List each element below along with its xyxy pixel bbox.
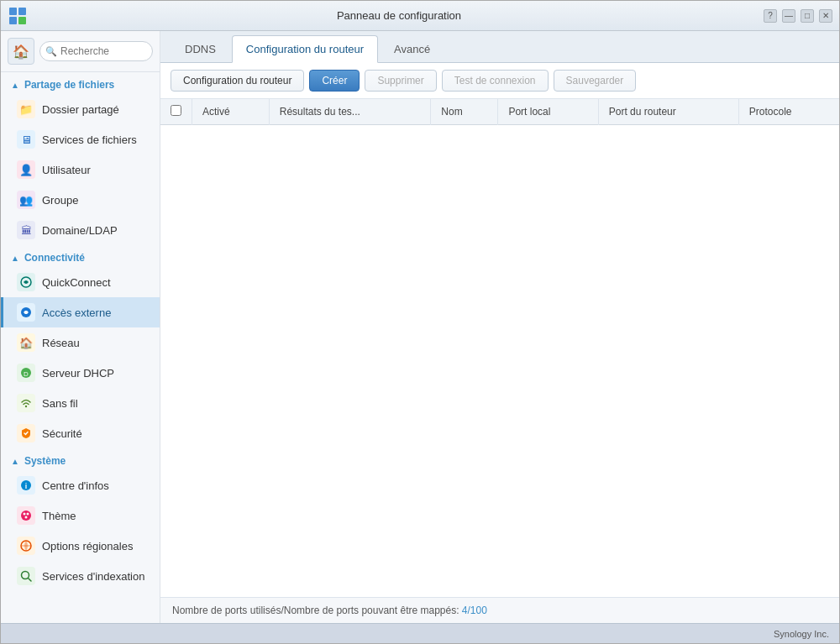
sidebar-item-security[interactable]: Sécurité	[1, 418, 160, 448]
sidebar-item-wifi[interactable]: Sans fil	[1, 388, 160, 418]
table-container: Activé Résultats du tes... Nom Port loca…	[160, 99, 839, 597]
svg-text:D: D	[24, 370, 29, 378]
svg-rect-0	[9, 8, 17, 15]
sidebar-item-external-label: Accès externe	[42, 306, 111, 319]
search-icon: 🔍	[45, 46, 57, 57]
chevron-down-icon-2: ▲	[11, 254, 19, 263]
port-usage-value: 4/100	[462, 605, 487, 616]
dhcp-icon: D	[17, 364, 35, 382]
router-config-table: Activé Résultats du tes... Nom Port loca…	[160, 99, 839, 125]
theme-icon	[17, 506, 35, 525]
svg-point-6	[24, 311, 28, 314]
section-connectivity-items: QuickConnect Accès externe 🏠 Réseau D	[1, 267, 160, 448]
titlebar: Panneau de configuration ? — □ ✕	[1, 1, 839, 31]
security-icon	[17, 424, 35, 442]
svg-point-13	[24, 513, 26, 516]
col-enabled: Activé	[192, 99, 270, 125]
svg-rect-1	[18, 8, 26, 15]
sidebar-item-security-label: Sécurité	[42, 427, 82, 440]
col-local-port: Port local	[498, 99, 598, 125]
sidebar-item-indexing[interactable]: Services d'indexation	[1, 561, 160, 591]
chevron-down-icon: ▲	[11, 81, 19, 90]
sidebar-item-theme[interactable]: Thème	[1, 500, 160, 531]
svg-line-18	[29, 579, 32, 582]
tab-advanced[interactable]: Avancé	[380, 35, 444, 62]
app-logo	[8, 6, 28, 26]
info-icon: i	[17, 476, 35, 495]
section-connectivity-label: Connectivité	[24, 252, 85, 264]
svg-point-14	[27, 513, 29, 516]
config-router-button[interactable]: Configuration du routeur	[171, 70, 304, 92]
test-connection-button[interactable]: Test de connexion	[442, 70, 549, 92]
sidebar-item-domain[interactable]: 🏛 Domaine/LDAP	[1, 215, 160, 245]
sidebar-item-quickconnect[interactable]: QuickConnect	[1, 267, 160, 297]
tab-router[interactable]: Configuration du routeur	[232, 35, 378, 63]
home-button[interactable]: 🏠	[8, 38, 34, 65]
tab-ddns[interactable]: DDNS	[171, 35, 230, 62]
section-system-label: Système	[24, 455, 66, 467]
section-partage-label: Partage de fichiers	[24, 79, 114, 91]
sidebar-item-group[interactable]: 👥 Groupe	[1, 185, 160, 215]
sidebar: 🏠 🔍 ▲ Partage de fichiers 📁 Dossier part…	[1, 31, 160, 623]
quickconnect-icon	[17, 273, 35, 291]
create-button[interactable]: Créer	[309, 70, 360, 92]
svg-rect-3	[18, 17, 26, 24]
sidebar-item-dossier[interactable]: 📁 Dossier partagé	[1, 94, 160, 124]
copyright-text: Synology Inc.	[774, 629, 829, 639]
svg-point-9	[25, 406, 27, 407]
sidebar-item-regional-label: Options régionales	[42, 540, 133, 552]
indexing-icon	[17, 567, 35, 585]
svg-point-12	[21, 510, 31, 521]
sidebar-item-user[interactable]: 👤 Utilisateur	[1, 154, 160, 185]
sidebar-item-info-label: Centre d'infos	[42, 479, 109, 492]
svg-point-15	[25, 516, 28, 519]
sidebar-item-user-label: Utilisateur	[42, 164, 91, 176]
col-name: Nom	[431, 99, 498, 125]
window-controls: ? — □ ✕	[764, 9, 832, 23]
sidebar-item-domain-label: Domaine/LDAP	[42, 224, 118, 237]
sidebar-item-indexing-label: Services d'indexation	[42, 570, 144, 583]
sidebar-item-fileservice-label: Services de fichiers	[42, 134, 137, 146]
save-button[interactable]: Sauvegarder	[554, 70, 637, 92]
sidebar-item-external[interactable]: Accès externe	[1, 297, 160, 327]
content-panel: DDNS Configuration du routeur Avancé Con…	[160, 31, 839, 623]
section-system-items: i Centre d'infos Thème Options régionale…	[1, 470, 160, 591]
external-icon	[17, 303, 35, 322]
main-window: Panneau de configuration ? — □ ✕ 🏠 🔍 ▲ P…	[0, 0, 840, 644]
sidebar-item-quickconnect-label: QuickConnect	[42, 276, 111, 289]
chevron-down-icon-3: ▲	[11, 457, 19, 466]
svg-text:i: i	[25, 482, 28, 490]
col-test-result: Résultats du tes...	[269, 99, 431, 125]
regional-icon	[17, 537, 35, 555]
user-icon: 👤	[17, 160, 35, 179]
sidebar-item-dossier-label: Dossier partagé	[42, 103, 119, 116]
status-text: Nombre de ports utilisés/Nombre de ports…	[172, 605, 462, 616]
sidebar-item-network[interactable]: 🏠 Réseau	[1, 327, 160, 358]
folder-icon: 📁	[17, 100, 35, 118]
select-all-checkbox[interactable]	[171, 105, 181, 116]
help-button[interactable]: ?	[764, 9, 777, 23]
toolbar: Configuration du routeur Créer Supprimer…	[160, 63, 839, 99]
network-icon: 🏠	[17, 333, 35, 352]
delete-button[interactable]: Supprimer	[365, 70, 436, 92]
col-protocol: Protocole	[738, 99, 839, 125]
tab-bar: DDNS Configuration du routeur Avancé	[160, 31, 839, 63]
svg-rect-2	[9, 17, 17, 24]
section-connectivity-header[interactable]: ▲ Connectivité	[1, 245, 160, 267]
section-partage-items: 📁 Dossier partagé 🖥 Services de fichiers…	[1, 94, 160, 245]
sidebar-item-info[interactable]: i Centre d'infos	[1, 470, 160, 500]
fileservice-icon: 🖥	[17, 130, 35, 149]
minimize-button[interactable]: —	[782, 9, 795, 23]
window-title: Panneau de configuration	[34, 9, 764, 22]
bottombar: Synology Inc.	[1, 623, 839, 643]
sidebar-item-fileservice[interactable]: 🖥 Services de fichiers	[1, 124, 160, 154]
section-partage-header[interactable]: ▲ Partage de fichiers	[1, 72, 160, 94]
main-area: 🏠 🔍 ▲ Partage de fichiers 📁 Dossier part…	[1, 31, 839, 623]
maximize-button[interactable]: □	[801, 9, 814, 23]
col-router-port: Port du routeur	[598, 99, 738, 125]
sidebar-item-regional[interactable]: Options régionales	[1, 531, 160, 561]
sidebar-item-dhcp[interactable]: D Serveur DHCP	[1, 358, 160, 388]
sidebar-item-network-label: Réseau	[42, 337, 80, 349]
close-button[interactable]: ✕	[819, 9, 832, 23]
section-system-header[interactable]: ▲ Système	[1, 448, 160, 470]
